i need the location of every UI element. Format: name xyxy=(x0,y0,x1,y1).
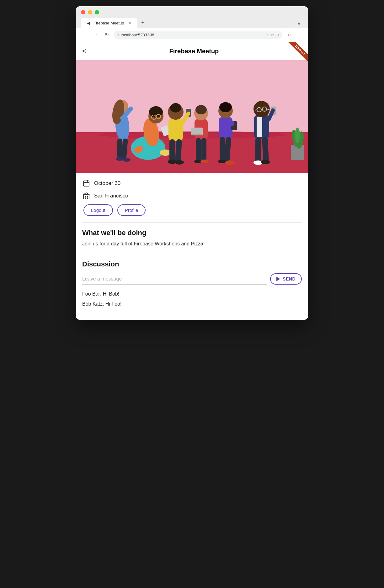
svg-rect-69 xyxy=(83,195,89,199)
svg-point-37 xyxy=(200,160,209,163)
svg-rect-71 xyxy=(87,196,88,197)
app-bar: < Firebase Meetup DEBUG xyxy=(76,42,308,60)
active-browser-tab[interactable]: ◀ Firebase Meetup × xyxy=(81,18,137,28)
send-icon xyxy=(276,277,280,281)
svg-point-28 xyxy=(175,160,184,165)
profile-button[interactable]: Profile xyxy=(117,204,146,216)
event-info: October 30 San Francisco Logout xyxy=(76,173,308,216)
what-title: What we'll be doing xyxy=(82,229,302,237)
location-row: San Francisco xyxy=(82,192,302,200)
svg-point-45 xyxy=(218,160,226,163)
svg-rect-43 xyxy=(220,137,225,161)
svg-rect-34 xyxy=(196,138,201,161)
tabs-chevron-icon[interactable]: ∨ xyxy=(295,19,303,28)
svg-line-42 xyxy=(232,123,233,124)
svg-point-22 xyxy=(170,103,181,113)
app-bar-back-button[interactable]: < xyxy=(82,47,86,55)
extensions-icon: □ xyxy=(276,33,279,37)
date-row: October 30 xyxy=(82,179,302,187)
svg-point-10 xyxy=(123,158,131,162)
event-location: San Francisco xyxy=(94,193,128,199)
svg-rect-48 xyxy=(257,117,262,137)
browser-toolbar: ← → ↻ ℹ localhost:52333/#/ ↑ ☆ □ ○ ⋮ xyxy=(76,28,308,42)
message-input[interactable] xyxy=(82,274,267,285)
browser-window: ◀ Firebase Meetup × + ∨ ← → ↻ ℹ localhos… xyxy=(76,6,308,320)
svg-rect-30 xyxy=(191,128,203,135)
address-info-icon: ℹ xyxy=(117,33,119,37)
svg-rect-56 xyxy=(255,137,261,163)
logout-button[interactable]: Logout xyxy=(83,204,113,216)
svg-point-46 xyxy=(225,160,234,165)
svg-rect-70 xyxy=(85,196,86,197)
svg-rect-25 xyxy=(169,139,175,162)
browser-tabs: ◀ Firebase Meetup × + ∨ xyxy=(81,18,303,28)
svg-point-33 xyxy=(195,105,207,114)
forward-nav-button[interactable]: → xyxy=(91,30,100,39)
svg-point-19 xyxy=(160,150,171,156)
bookmark-icon: ☆ xyxy=(270,32,274,37)
svg-rect-26 xyxy=(175,139,182,162)
new-tab-button[interactable]: + xyxy=(137,18,148,28)
close-traffic-light[interactable] xyxy=(81,10,85,14)
svg-point-64 xyxy=(295,128,300,143)
send-label: SEND xyxy=(283,276,296,281)
browser-titlebar: ◀ Firebase Meetup × + ∨ xyxy=(76,6,308,28)
message-item: Bob Katz: Hi Foo! xyxy=(82,300,302,308)
message-item: Foo Bar: Hi Bob! xyxy=(82,290,302,298)
share-icon: ↑ xyxy=(266,32,268,37)
svg-point-40 xyxy=(219,102,232,112)
traffic-lights xyxy=(81,10,303,14)
location-icon xyxy=(82,192,90,200)
what-section: What we'll be doing Join us for a day fu… xyxy=(76,223,308,248)
svg-rect-20 xyxy=(168,118,183,141)
what-body: Join us for a day full of Firebase Works… xyxy=(82,240,302,248)
svg-rect-65 xyxy=(83,181,89,186)
refresh-nav-button[interactable]: ↻ xyxy=(102,30,111,39)
discussion-title: Discussion xyxy=(82,260,302,268)
address-text: localhost:52333/#/ xyxy=(121,33,264,37)
svg-rect-38 xyxy=(219,117,232,139)
hero-image xyxy=(76,60,308,173)
flutter-tab-icon: ◀ xyxy=(86,20,91,25)
back-nav-button[interactable]: ← xyxy=(80,30,88,39)
hero-illustration xyxy=(76,60,308,173)
app-content: < Firebase Meetup DEBUG xyxy=(76,42,308,320)
app-bar-title: Firebase Meetup xyxy=(86,48,302,55)
toolbar-actions: ○ ⋮ xyxy=(285,30,304,39)
svg-rect-72 xyxy=(85,197,86,199)
address-bar[interactable]: ℹ localhost:52333/#/ ↑ ☆ □ xyxy=(114,31,282,39)
svg-point-9 xyxy=(116,157,124,161)
action-buttons-row: Logout Profile xyxy=(82,204,302,216)
tab-title-text: Firebase Meetup xyxy=(93,21,124,25)
svg-point-59 xyxy=(261,160,270,164)
maximize-traffic-light[interactable] xyxy=(95,10,99,14)
minimize-traffic-light[interactable] xyxy=(88,10,92,14)
tab-close-button[interactable]: × xyxy=(127,20,132,25)
browser-menu-button[interactable]: ⋮ xyxy=(296,30,304,39)
profile-button[interactable]: ○ xyxy=(285,30,294,39)
svg-rect-35 xyxy=(201,138,206,161)
event-date: October 30 xyxy=(94,180,120,186)
message-input-row: SEND xyxy=(82,273,302,285)
messages-list: Foo Bar: Hi Bob! Bob Katz: Hi Foo! xyxy=(76,287,308,320)
calendar-icon xyxy=(82,179,90,187)
send-button[interactable]: SEND xyxy=(270,273,302,285)
svg-rect-31 xyxy=(192,134,202,135)
svg-rect-73 xyxy=(87,197,88,199)
discussion-section: Discussion SEND xyxy=(76,254,308,285)
